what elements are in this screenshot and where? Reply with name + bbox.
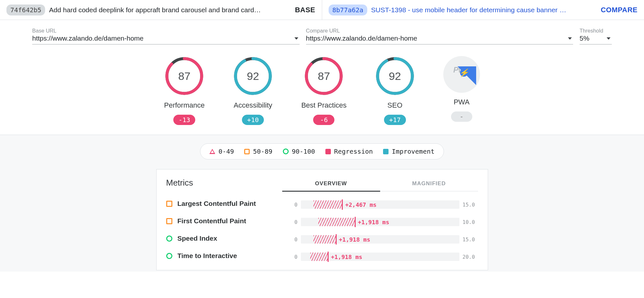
score-legend: 0-49 50-89 90-100 Regression Improvement <box>200 143 444 159</box>
metric-row[interactable]: Speed Index <box>166 230 273 247</box>
legend-improvement: Improvement <box>383 148 434 155</box>
metric-row[interactable]: Largest Contentful Paint <box>166 195 273 212</box>
base-url-select[interactable]: Base URL https://www.zalando.de/damen-ho… <box>32 28 300 44</box>
metric-range-low: 0 <box>282 202 298 208</box>
metric-name: Time to Interactive <box>178 252 237 260</box>
metric-bar-row: 0+1,918 ms15.0 <box>282 231 478 248</box>
gauge-performance[interactable]: 87Performance-13 <box>164 56 205 125</box>
square-icon <box>166 201 172 207</box>
metric-name: Largest Contentful Paint <box>178 200 256 207</box>
base-url-value: https://www.zalando.de/damen-home <box>32 34 300 44</box>
metric-delta-hatch <box>318 218 355 226</box>
triangle-icon <box>209 149 215 154</box>
gauge-label: SEO <box>388 101 402 110</box>
base-hash-badge[interactable]: 74f642b5 <box>6 5 45 15</box>
score-gauge-row: 87Performance-1392Accessibility+1087Best… <box>0 48 644 135</box>
legend-range-50-89: 50-89 <box>244 148 272 155</box>
base-commit-title: Add hard coded deeplink for appcraft bra… <box>49 6 291 14</box>
compare-url-select[interactable]: Compare URL https://www.zalando.de/damen… <box>306 28 573 44</box>
metrics-card: Metrics Largest Contentful PaintFirst Co… <box>156 169 488 270</box>
metric-bar-row: 0+1,918 ms20.0 <box>282 248 478 265</box>
compare-side: 8b77a62a SUST-1398 - use mobile header f… <box>322 0 644 20</box>
metric-bar-row: 0+2,467 ms15.0 <box>282 196 478 213</box>
regression-swatch-icon <box>325 149 331 154</box>
gauge-ring: 92 <box>375 56 415 96</box>
chevron-down-icon <box>607 37 610 40</box>
gauge-delta: -6 <box>313 115 334 125</box>
square-icon <box>166 218 172 224</box>
gauge-label: Accessibility <box>234 101 272 110</box>
chevron-down-icon <box>294 37 298 40</box>
gauge-label: Best Practices <box>301 101 347 110</box>
metric-compare-marker <box>328 252 329 262</box>
metric-track: +2,467 ms <box>301 200 459 209</box>
gauge-delta: +17 <box>384 115 406 125</box>
metric-delta-label: +1,918 ms <box>339 236 370 243</box>
gauge-score: 92 <box>233 56 273 96</box>
url-fields-row: Base URL https://www.zalando.de/damen-ho… <box>0 20 644 48</box>
gauge-score: 87 <box>164 56 204 96</box>
metric-delta-label: +1,918 ms <box>331 254 362 260</box>
gauge-delta: - <box>451 111 472 122</box>
compare-url-value: https://www.zalando.de/damen-home <box>306 34 573 44</box>
metric-name: Speed Index <box>178 235 217 242</box>
legend-range-90-100: 90-100 <box>283 148 315 155</box>
gauge-delta: -13 <box>173 115 195 125</box>
metric-delta-hatch <box>313 235 336 244</box>
gauge-score: 87 <box>304 56 344 96</box>
metric-bar-row: 0+1,918 ms10.0 <box>282 213 478 231</box>
metric-delta-label: +2,467 ms <box>345 201 377 208</box>
metric-delta-hatch <box>310 253 328 261</box>
improvement-swatch-icon <box>383 149 389 154</box>
gauge-seo[interactable]: 92SEO+17 <box>375 56 415 125</box>
metric-track: +1,918 ms <box>301 218 459 226</box>
compare-commit-title: SUST-1398 - use mobile header for determ… <box>371 6 597 14</box>
gauge-delta: +10 <box>242 115 264 125</box>
base-side-label: BASE <box>295 6 315 14</box>
metrics-title: Metrics <box>166 178 273 188</box>
metric-delta-hatch <box>313 200 342 209</box>
circle-icon <box>166 253 172 259</box>
circle-icon <box>283 149 289 154</box>
square-icon <box>244 149 250 154</box>
gauge-best-practices[interactable]: 87Best Practices-6 <box>301 56 347 125</box>
metric-row[interactable]: Time to Interactive <box>166 247 273 264</box>
metric-compare-marker <box>342 199 343 210</box>
compare-url-label: Compare URL <box>306 28 573 34</box>
chevron-down-icon <box>568 37 572 40</box>
legend-regression: Regression <box>325 148 373 155</box>
metric-compare-marker <box>336 234 337 245</box>
metric-range-high: 15.0 <box>463 236 478 243</box>
metric-track: +1,918 ms <box>301 235 459 244</box>
legend-section: 0-49 50-89 90-100 Regression Improvement <box>0 135 644 169</box>
metric-range-high: 20.0 <box>463 254 478 260</box>
metric-compare-marker <box>355 217 356 227</box>
metric-range-high: 15.0 <box>463 202 478 208</box>
compare-hash-badge[interactable]: 8b77a62a <box>329 5 367 15</box>
metrics-section: Metrics Largest Contentful PaintFirst Co… <box>0 169 644 272</box>
gauge-label: PWA <box>454 98 469 106</box>
gauge-ring: 87 <box>304 56 344 96</box>
gauge-pwa[interactable]: PWA⚡PWA- <box>443 56 480 125</box>
compare-side-label: COMPARE <box>601 6 638 14</box>
gauge-accessibility[interactable]: 92Accessibility+10 <box>233 56 273 125</box>
circle-icon <box>166 236 172 242</box>
tab-magnified[interactable]: MAGNIFIED <box>380 178 478 191</box>
metric-range-low: 0 <box>282 254 298 260</box>
metric-range-high: 10.0 <box>463 219 478 225</box>
pwa-badge-icon: PWA⚡ <box>443 56 480 93</box>
gauge-label: Performance <box>164 101 205 110</box>
gauge-ring: 87 <box>164 56 204 96</box>
base-side: 74f642b5 Add hard coded deeplink for app… <box>0 0 322 20</box>
comparison-header: 74f642b5 Add hard coded deeplink for app… <box>0 0 644 20</box>
metric-track: +1,918 ms <box>301 253 459 261</box>
metric-name: First Contentful Paint <box>178 217 246 225</box>
metrics-tabs: OVERVIEW MAGNIFIED <box>282 178 478 191</box>
base-url-label: Base URL <box>32 28 300 34</box>
threshold-select[interactable]: Threshold 5% <box>580 28 612 44</box>
metric-delta-label: +1,918 ms <box>358 219 389 226</box>
metric-range-low: 0 <box>282 219 298 225</box>
metric-row[interactable]: First Contentful Paint <box>166 212 273 230</box>
metrics-names-column: Metrics Largest Contentful PaintFirst Co… <box>166 178 273 265</box>
tab-overview[interactable]: OVERVIEW <box>282 178 380 192</box>
